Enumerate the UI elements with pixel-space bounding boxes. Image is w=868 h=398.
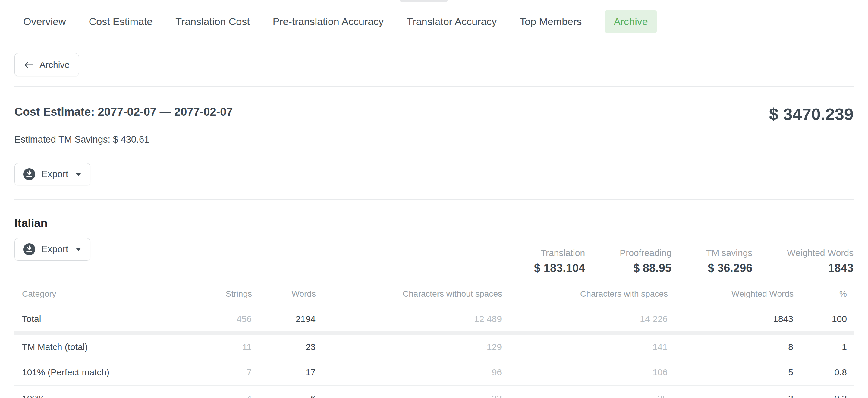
export-button-label: Export [41, 169, 68, 180]
page-title: Cost Estimate: 2077-02-07 — 2077-02-07 [14, 105, 233, 119]
left-arrow-icon [24, 60, 34, 69]
back-button[interactable]: Archive [14, 53, 79, 76]
stat-value: $ 36.296 [706, 262, 752, 275]
column-header-category: Category [14, 278, 144, 307]
cell-category: 100% [14, 386, 144, 398]
report-tabs: Overview Cost Estimate Translation Cost … [14, 0, 854, 43]
total-amount: $ 3470.239 [769, 106, 854, 123]
stat-weighted-words: Weighted Words 1843 [787, 248, 854, 275]
cell-percent: 100 [794, 307, 854, 333]
table-row: 100% 4 6 33 35 3 0.3 [14, 386, 854, 398]
tab-translation-cost[interactable]: Translation Cost [176, 10, 250, 33]
cell-weighted-words: 1843 [668, 307, 794, 333]
cell-chars-with-spaces: 14 226 [502, 307, 668, 333]
stat-label: Weighted Words [787, 248, 854, 258]
cell-chars-without-spaces: 129 [316, 333, 502, 359]
stat-label: Translation [534, 248, 585, 258]
export-button[interactable]: Export [14, 163, 90, 185]
stat-value: $ 88.95 [620, 262, 672, 275]
table-row: TM Match (total) 11 23 129 141 8 1 [14, 333, 854, 359]
cell-chars-without-spaces: 96 [316, 359, 502, 386]
cell-words: 23 [252, 333, 316, 359]
stat-translation: Translation $ 183.104 [534, 248, 585, 275]
cell-percent: 1 [794, 333, 854, 359]
language-section-left: Italian Export [14, 216, 90, 261]
column-header-percent: % [794, 278, 854, 307]
language-title: Italian [14, 216, 90, 231]
archive-toolbar: Archive [14, 43, 854, 87]
cell-chars-without-spaces: 33 [316, 386, 502, 398]
column-header-chars-with-spaces: Characters with spaces [502, 278, 668, 307]
cell-chars-without-spaces: 12 489 [316, 307, 502, 333]
cell-chars-with-spaces: 35 [502, 386, 668, 398]
cell-strings: 7 [144, 359, 252, 386]
cell-weighted-words: 8 [668, 333, 794, 359]
column-header-chars-without-spaces: Characters without spaces [316, 278, 502, 307]
cell-category: 101% (Perfect match) [14, 359, 144, 386]
language-stats: Translation $ 183.104 Proofreading $ 88.… [499, 248, 854, 275]
cost-table: Category Strings Words Characters withou… [14, 278, 854, 398]
cell-weighted-words: 5 [668, 359, 794, 386]
table-row: Total 456 2194 12 489 14 226 1843 100 [14, 307, 854, 333]
back-button-label: Archive [39, 60, 70, 70]
table-row: 101% (Perfect match) 7 17 96 106 5 0.8 [14, 359, 854, 386]
cell-category: TM Match (total) [14, 333, 144, 359]
cost-estimate-summary: Cost Estimate: 2077-02-07 — 2077-02-07 $… [14, 87, 854, 200]
tab-cost-estimate[interactable]: Cost Estimate [89, 10, 153, 33]
stat-tm-savings: TM savings $ 36.296 [706, 248, 752, 275]
column-header-strings: Strings [144, 278, 252, 307]
tab-archive[interactable]: Archive [604, 10, 657, 33]
language-section-italian: Italian Export Translation $ 183.104 Pro… [14, 200, 854, 275]
caret-down-icon [75, 247, 82, 251]
caret-down-icon [75, 173, 82, 176]
stat-value: $ 183.104 [534, 262, 585, 275]
tab-pre-translation-accuracy[interactable]: Pre-translation Accuracy [273, 10, 384, 33]
download-icon [23, 168, 35, 180]
column-header-weighted-words: Weighted Words [668, 278, 794, 307]
cell-words: 2194 [252, 307, 316, 333]
cell-chars-with-spaces: 141 [502, 333, 668, 359]
table-header: Category Strings Words Characters withou… [14, 278, 854, 307]
stat-label: Proofreading [620, 248, 672, 258]
tm-savings-line: Estimated TM Savings: $ 430.61 [14, 134, 854, 145]
clipped-top-element [400, 0, 447, 1]
stat-label: TM savings [706, 248, 752, 258]
cell-strings: 4 [144, 386, 252, 398]
tab-overview[interactable]: Overview [23, 10, 66, 33]
cell-category: Total [14, 307, 144, 333]
cell-percent: 0.8 [794, 359, 854, 386]
cell-weighted-words: 3 [668, 386, 794, 398]
stat-value: 1843 [787, 262, 854, 275]
cell-words: 17 [252, 359, 316, 386]
cell-words: 6 [252, 386, 316, 398]
column-header-words: Words [252, 278, 316, 307]
cell-strings: 11 [144, 333, 252, 359]
tab-translator-accuracy[interactable]: Translator Accuracy [407, 10, 497, 33]
stat-proofreading: Proofreading $ 88.95 [620, 248, 672, 275]
cell-chars-with-spaces: 106 [502, 359, 668, 386]
tab-top-members[interactable]: Top Members [520, 10, 582, 33]
cost-table-container: Category Strings Words Characters withou… [14, 278, 854, 398]
download-icon [23, 243, 35, 255]
cell-strings: 456 [144, 307, 252, 333]
export-button-label: Export [41, 244, 68, 255]
language-export-button[interactable]: Export [14, 238, 90, 261]
cell-percent: 0.3 [794, 386, 854, 398]
